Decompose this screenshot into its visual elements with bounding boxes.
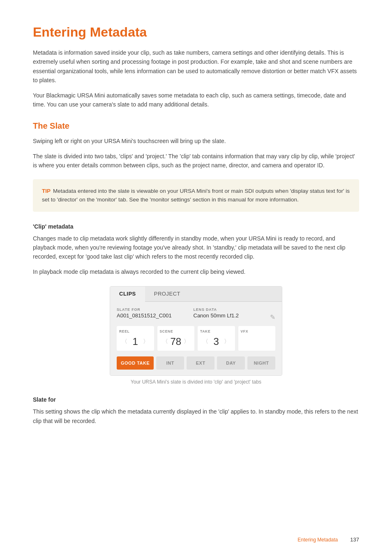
slate-paragraph-1: Swiping left or right on your URSA Mini'… xyxy=(33,136,359,146)
scene-right-arrow[interactable]: 〉 xyxy=(184,338,189,345)
good-take-button[interactable]: GOOD TAKE xyxy=(117,356,154,370)
scene-value: 78 xyxy=(170,336,182,347)
section-title-slate: The Slate xyxy=(33,121,359,131)
lens-data-label: LENS DATA xyxy=(194,308,264,312)
slate-tabs: CLIPS PROJECT xyxy=(110,287,282,302)
page-number: 137 xyxy=(350,536,359,543)
tip-box: TIPMetadata entered into the slate is vi… xyxy=(33,179,359,212)
tip-text: Metadata entered into the slate is viewa… xyxy=(42,188,350,203)
subsection-title-clip: 'Clip' metadata xyxy=(33,223,359,230)
subsection-title-slate-for: Slate for xyxy=(33,396,359,403)
lens-data-value: Canon 50mm Lf1.2 xyxy=(194,312,264,319)
reel-spinner: REEL 〈 1 〉 xyxy=(117,326,154,351)
slate-for-label: SLATE FOR xyxy=(117,308,187,312)
take-label: TAKE xyxy=(200,329,233,333)
tab-clips[interactable]: CLIPS xyxy=(110,287,145,302)
day-button[interactable]: DAY xyxy=(217,356,245,370)
reel-left-arrow[interactable]: 〈 xyxy=(122,338,127,345)
slate-for-heading-text: Slate for xyxy=(33,396,56,403)
slate-caption: Your URSA Mini's slate is divided into '… xyxy=(33,379,359,385)
slate-ui: CLIPS PROJECT SLATE FOR A001_08151512_C0… xyxy=(110,286,282,376)
tip-label: TIP xyxy=(42,188,51,194)
take-controls: 〈 3 〉 xyxy=(200,336,233,347)
take-value: 3 xyxy=(210,336,222,347)
intro-paragraph-1: Metadata is information saved inside you… xyxy=(33,48,359,85)
scene-label: SCENE xyxy=(160,329,192,333)
lens-data-field: LENS DATA Canon 50mm Lf1.2 xyxy=(194,308,264,319)
vfx-spinner: VFX xyxy=(238,326,276,351)
footer-label: Entering Metadata xyxy=(297,537,338,543)
tab-project[interactable]: PROJECT xyxy=(145,287,189,301)
take-left-arrow[interactable]: 〈 xyxy=(203,338,208,345)
int-button[interactable]: INT xyxy=(156,356,184,370)
take-spinner: TAKE 〈 3 〉 xyxy=(198,326,235,351)
clip-paragraph-2: In playback mode clip metadata is always… xyxy=(33,267,359,276)
ext-button[interactable]: EXT xyxy=(187,356,214,370)
page-title: Entering Metadata xyxy=(33,25,359,40)
slate-ui-container: CLIPS PROJECT SLATE FOR A001_08151512_C0… xyxy=(33,286,359,376)
slate-for-field: SLATE FOR A001_08151512_C001 xyxy=(117,308,187,319)
take-right-arrow[interactable]: 〉 xyxy=(224,338,230,345)
footer: Entering Metadata 137 xyxy=(297,536,359,543)
scene-controls: 〈 78 〉 xyxy=(160,336,192,347)
reel-label: REEL xyxy=(119,329,152,333)
reel-right-arrow[interactable]: 〉 xyxy=(143,338,149,345)
slate-info-row: SLATE FOR A001_08151512_C001 LENS DATA C… xyxy=(117,308,275,321)
intro-paragraph-2: Your Blackmagic URSA Mini automatically … xyxy=(33,91,359,109)
slate-body: SLATE FOR A001_08151512_C001 LENS DATA C… xyxy=(110,302,282,375)
scene-spinner: SCENE 〈 78 〉 xyxy=(157,326,195,351)
clip-paragraph-1: Changes made to clip metadata work sligh… xyxy=(33,234,359,261)
slate-for-value: A001_08151512_C001 xyxy=(117,312,187,319)
vfx-label: VFX xyxy=(241,329,273,333)
reel-controls: 〈 1 〉 xyxy=(119,336,152,347)
scene-left-arrow[interactable]: 〈 xyxy=(162,338,168,345)
slate-for-paragraph: This setting shows the clip which the me… xyxy=(33,407,359,426)
edit-icon[interactable]: ✎ xyxy=(270,308,275,321)
slate-paragraph-2: The slate is divided into two tabs, 'cli… xyxy=(33,152,359,170)
night-button[interactable]: NIGHT xyxy=(247,356,275,370)
spinners-row: REEL 〈 1 〉 SCENE 〈 78 〉 xyxy=(117,326,275,351)
reel-value: 1 xyxy=(129,336,141,347)
button-row: GOOD TAKE INT EXT DAY NIGHT xyxy=(117,356,275,370)
